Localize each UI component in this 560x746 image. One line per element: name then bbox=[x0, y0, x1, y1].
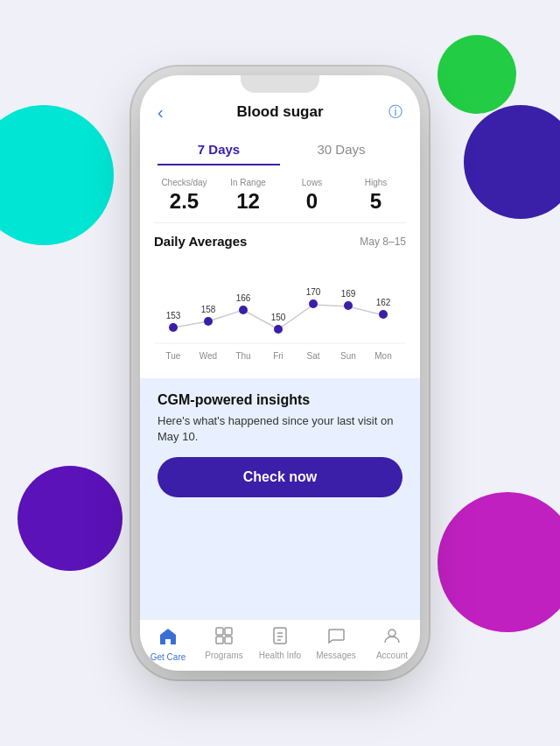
home-icon bbox=[158, 627, 178, 651]
check-now-button[interactable]: Check now bbox=[158, 457, 402, 497]
stat-inrange-value: 12 bbox=[218, 189, 278, 214]
svg-text:158: 158 bbox=[201, 305, 216, 314]
svg-rect-26 bbox=[274, 628, 286, 644]
svg-rect-22 bbox=[216, 628, 223, 635]
svg-text:Thu: Thu bbox=[235, 351, 250, 361]
stat-lows-label: Lows bbox=[282, 178, 342, 187]
stat-inrange-label: In Range bbox=[218, 178, 278, 187]
stat-lows-value: 0 bbox=[282, 189, 342, 214]
stat-lows: Lows 0 bbox=[282, 178, 342, 214]
stats-row: Checks/day 2.5 In Range 12 Lows 0 Highs … bbox=[140, 165, 420, 222]
nav-programs-label: Programs bbox=[205, 651, 242, 660]
svg-rect-24 bbox=[216, 637, 223, 644]
svg-point-13 bbox=[379, 310, 388, 319]
svg-text:169: 169 bbox=[341, 289, 356, 299]
svg-rect-23 bbox=[225, 628, 232, 635]
nav-account[interactable]: Account bbox=[364, 627, 420, 662]
bg-blob-indigo bbox=[464, 105, 560, 219]
tab-7days[interactable]: 7 Days bbox=[158, 135, 280, 165]
screen-content: ‹ Blood sugar ⓘ 7 Days 30 Days Checks/da… bbox=[140, 75, 420, 671]
nav-programs[interactable]: Programs bbox=[196, 627, 252, 662]
svg-point-3 bbox=[204, 317, 213, 326]
tab-30days[interactable]: 30 Days bbox=[280, 135, 402, 165]
bg-blob-cyan bbox=[0, 105, 114, 245]
chart-area: 153 158 166 150 170 169 bbox=[154, 256, 406, 369]
chart-svg: 153 158 166 150 170 169 bbox=[154, 256, 406, 369]
svg-text:Sun: Sun bbox=[340, 351, 356, 361]
svg-point-1 bbox=[169, 323, 178, 332]
svg-text:166: 166 bbox=[236, 293, 251, 303]
stat-checks-label: Checks/day bbox=[154, 178, 214, 187]
svg-text:Sat: Sat bbox=[306, 351, 319, 361]
bg-blob-violet bbox=[18, 466, 122, 571]
bg-blob-purple bbox=[438, 492, 560, 632]
nav-health-info[interactable]: Health Info bbox=[252, 627, 308, 662]
chart-date-range: May 8–15 bbox=[360, 236, 406, 248]
chart-header: Daily Averages May 8–15 bbox=[154, 234, 406, 249]
svg-text:162: 162 bbox=[376, 298, 391, 307]
svg-text:170: 170 bbox=[306, 287, 321, 297]
bg-blob-green bbox=[438, 35, 516, 114]
account-icon bbox=[383, 627, 401, 649]
phone-notch bbox=[241, 75, 319, 93]
bottom-navigation: Get Care Programs bbox=[140, 619, 420, 671]
programs-icon bbox=[215, 627, 233, 649]
page-title: Blood sugar bbox=[236, 103, 323, 121]
nav-get-care-label: Get Care bbox=[150, 652, 186, 662]
stat-checks-value: 2.5 bbox=[154, 189, 214, 214]
header: ‹ Blood sugar ⓘ bbox=[140, 96, 420, 128]
svg-text:153: 153 bbox=[166, 311, 181, 320]
svg-text:Fri: Fri bbox=[273, 351, 284, 361]
nav-get-care[interactable]: Get Care bbox=[140, 627, 196, 662]
nav-health-info-label: Health Info bbox=[259, 651, 301, 660]
svg-text:Mon: Mon bbox=[374, 351, 391, 361]
svg-point-7 bbox=[274, 325, 283, 334]
nav-messages-label: Messages bbox=[316, 651, 356, 660]
messages-icon bbox=[327, 627, 345, 649]
phone-shell: ‹ Blood sugar ⓘ 7 Days 30 Days Checks/da… bbox=[140, 75, 420, 671]
health-info-icon bbox=[271, 627, 289, 649]
cgm-section: CGM-powered insights Here's what's happe… bbox=[140, 378, 420, 619]
stat-in-range: In Range 12 bbox=[218, 178, 278, 214]
stat-highs: Highs 5 bbox=[346, 178, 406, 214]
back-button[interactable]: ‹ bbox=[158, 102, 164, 123]
svg-point-11 bbox=[344, 301, 353, 310]
svg-text:Wed: Wed bbox=[200, 351, 217, 361]
svg-text:Tue: Tue bbox=[166, 351, 181, 361]
chart-title: Daily Averages bbox=[154, 234, 247, 249]
svg-point-30 bbox=[388, 630, 396, 637]
tab-bar: 7 Days 30 Days bbox=[140, 128, 420, 165]
stat-highs-value: 5 bbox=[346, 189, 406, 214]
info-button[interactable]: ⓘ bbox=[388, 103, 402, 122]
nav-account-label: Account bbox=[376, 651, 408, 660]
svg-text:150: 150 bbox=[271, 313, 286, 322]
cgm-title: CGM-powered insights bbox=[158, 392, 402, 408]
svg-point-9 bbox=[309, 299, 318, 308]
nav-messages[interactable]: Messages bbox=[308, 627, 364, 662]
svg-point-5 bbox=[239, 306, 248, 314]
stat-checks-per-day: Checks/day 2.5 bbox=[154, 178, 214, 214]
cgm-description: Here's what's happened since your last v… bbox=[158, 413, 402, 445]
chart-section: Daily Averages May 8–15 153 158 bbox=[140, 223, 420, 369]
stat-highs-label: Highs bbox=[346, 178, 406, 187]
svg-rect-25 bbox=[225, 637, 232, 644]
